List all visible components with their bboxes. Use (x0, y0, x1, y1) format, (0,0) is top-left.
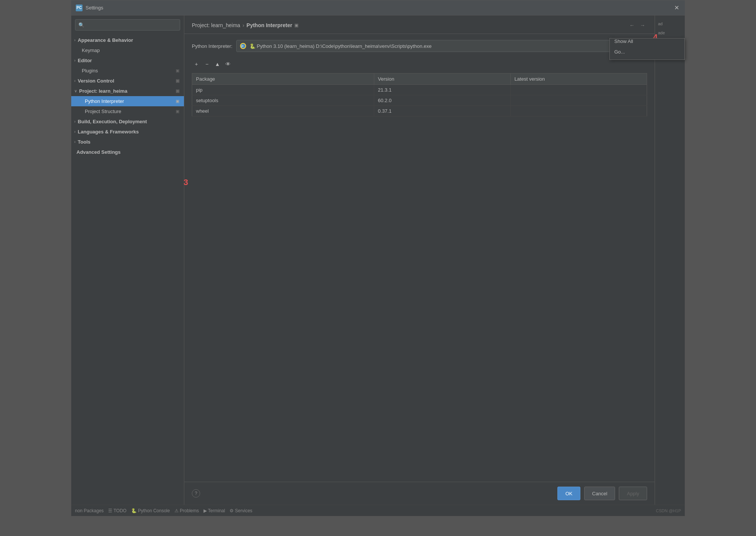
sidebar-item-languages[interactable]: › Languages & Frameworks (71, 127, 184, 137)
expand-icon: › (74, 79, 75, 83)
statusbar-terminal-label: ▶ Terminal (204, 508, 225, 513)
cell-package: wheel (192, 106, 374, 116)
app-icon: PC (76, 5, 83, 11)
sidebar-item-advanced-settings[interactable]: Advanced Settings (71, 147, 184, 157)
interpreter-label: Python Interpreter: (192, 43, 233, 49)
statusbar-python-console[interactable]: 🐍 Python Console (131, 508, 170, 513)
table-header: Package Version Latest version (192, 74, 647, 85)
sidebar-item-keymap[interactable]: Keymap (71, 45, 184, 55)
sidebar: 🔍 › Appearance & Behavior Keymap (71, 15, 184, 505)
sidebar-item-label: Version Control (78, 78, 114, 84)
python-icon: P (240, 43, 246, 49)
cell-version: 0.37.1 (374, 106, 510, 116)
statusbar-problems[interactable]: ⚠ Problems (174, 508, 199, 513)
main-content: Project: learn_heima › Python Interprete… (184, 15, 655, 505)
header-nav-icons: ← → (627, 21, 647, 30)
cell-package: setuptools (192, 95, 374, 106)
pin-icon: ▣ (176, 109, 179, 114)
statusbar-terminal[interactable]: ▶ Terminal (204, 508, 225, 513)
column-latest: Latest version (510, 74, 647, 85)
sidebar-item-plugins[interactable]: Plugins ▣ (71, 66, 184, 76)
cell-latest (510, 95, 647, 106)
visibility-button[interactable]: 👁 (223, 60, 233, 69)
statusbar-todo-label: ☰ TODO (108, 508, 127, 513)
help-button[interactable]: ? (192, 489, 200, 498)
remove-package-button[interactable]: − (202, 60, 211, 69)
content-area: Python Interpreter: P 🐍 Python 3.10 (lea… (184, 34, 655, 482)
sidebar-item-tools[interactable]: › Tools (71, 137, 184, 147)
table-row[interactable]: pip 21.3.1 (192, 85, 647, 95)
right-panel-text-1: ad (655, 19, 685, 28)
sidebar-item-label: Plugins (82, 68, 98, 74)
sidebar-item-project[interactable]: ∨ Project: learn_heima ▣ (71, 86, 184, 96)
expand-icon: › (74, 119, 75, 124)
outer-wrapper: PC Settings ✕ 🔍 › Appearance & Behavior (0, 0, 756, 536)
sidebar-item-build[interactable]: › Build, Execution, Deployment (71, 116, 184, 127)
dialog-body: 🔍 › Appearance & Behavior Keymap (71, 15, 685, 505)
right-panel-text-2: ade (655, 28, 685, 37)
expand-icon: › (74, 130, 75, 134)
cell-version: 21.3.1 (374, 85, 510, 95)
table-row[interactable]: setuptools 60.2.0 (192, 95, 647, 106)
sidebar-item-project-structure[interactable]: Project Structure ▣ (71, 106, 184, 116)
annotation-number-3: 3 (184, 178, 188, 187)
settings-dialog: PC Settings ✕ 🔍 › Appearance & Behavior (71, 0, 685, 516)
statusbar-problems-label: ⚠ Problems (174, 508, 199, 513)
dialog-title: Settings (86, 5, 103, 11)
close-button[interactable]: ✕ (673, 4, 680, 12)
statusbar-packages[interactable]: non Packages (75, 508, 104, 513)
sidebar-item-label: Project Structure (85, 109, 121, 114)
statusbar-services-label: ⚙ Services (230, 508, 252, 513)
pin-icon: ▣ (176, 78, 179, 83)
breadcrumb: Project: learn_heima › Python Interprete… (192, 22, 298, 28)
search-icon: 🔍 (78, 22, 84, 28)
apply-button[interactable]: Apply (619, 487, 647, 500)
statusbar-services[interactable]: ⚙ Services (230, 508, 252, 513)
svg-text:P: P (241, 44, 243, 48)
add-package-button[interactable]: + (192, 60, 201, 69)
breadcrumb-parent[interactable]: Project: learn_heima (192, 22, 240, 28)
search-box[interactable]: 🔍 (75, 19, 180, 31)
show-all-button[interactable]: Show All (655, 38, 684, 49)
statusbar-todo[interactable]: ☰ TODO (108, 508, 127, 513)
cancel-button[interactable]: Cancel (584, 487, 615, 500)
sidebar-item-label: Project: learn_heima (79, 88, 127, 94)
package-toolbar: + − ▲ 👁 (192, 58, 647, 70)
sidebar-item-appearance[interactable]: › Appearance & Behavior (71, 35, 184, 45)
sidebar-item-label: Languages & Frameworks (78, 129, 139, 135)
sidebar-item-label: Python Interpreter (85, 98, 124, 104)
table-row[interactable]: wheel 0.37.1 (192, 106, 647, 116)
watermark: CSDN @H1P (656, 508, 681, 513)
cell-latest (510, 85, 647, 95)
cell-version: 60.2.0 (374, 95, 510, 106)
pin-icon: ▣ (176, 89, 179, 93)
column-package: Package (192, 74, 374, 85)
title-bar: PC Settings ✕ (71, 0, 685, 15)
interpreter-dropdown[interactable]: P 🐍 Python 3.10 (learn_heima) D:\Code\py… (236, 40, 617, 52)
back-button[interactable]: ← (627, 21, 637, 30)
forward-button[interactable]: → (638, 21, 647, 30)
breadcrumb-pin-icon: ▣ (294, 23, 298, 28)
right-panel: Show All Go... ad ade rma (655, 15, 685, 505)
ok-button[interactable]: OK (557, 487, 580, 500)
dialog-footer: ? OK Cancel Apply (184, 482, 655, 505)
statusbar: non Packages ☰ TODO 🐍 Python Console ⚠ P… (71, 505, 685, 516)
goto-button[interactable]: Go... (655, 49, 684, 60)
sidebar-item-python-interpreter[interactable]: Python Interpreter ▣ (71, 96, 184, 106)
column-version: Version (374, 74, 510, 85)
cell-package: pip (192, 85, 374, 95)
sidebar-item-label: Advanced Settings (77, 149, 121, 155)
breadcrumb-current: Python Interpreter (246, 22, 292, 28)
sidebar-item-label: Tools (78, 139, 90, 145)
move-up-button[interactable]: ▲ (213, 60, 222, 69)
sidebar-item-versioncontrol[interactable]: › Version Control ▣ (71, 76, 184, 86)
search-input[interactable] (87, 22, 177, 28)
interpreter-row: Python Interpreter: P 🐍 Python 3.10 (lea… (192, 40, 647, 52)
content-header: Project: learn_heima › Python Interprete… (184, 15, 655, 34)
sidebar-item-editor[interactable]: › Editor (71, 55, 184, 66)
sidebar-item-label: Build, Execution, Deployment (78, 119, 147, 124)
interpreter-selected-text: 🐍 Python 3.10 (learn_heima) D:\Code\pyth… (249, 43, 609, 49)
sidebar-item-label: Keymap (82, 47, 100, 53)
statusbar-packages-label: non Packages (75, 508, 104, 513)
packages-table: Package Version Latest version pip 21.3.… (192, 73, 647, 116)
